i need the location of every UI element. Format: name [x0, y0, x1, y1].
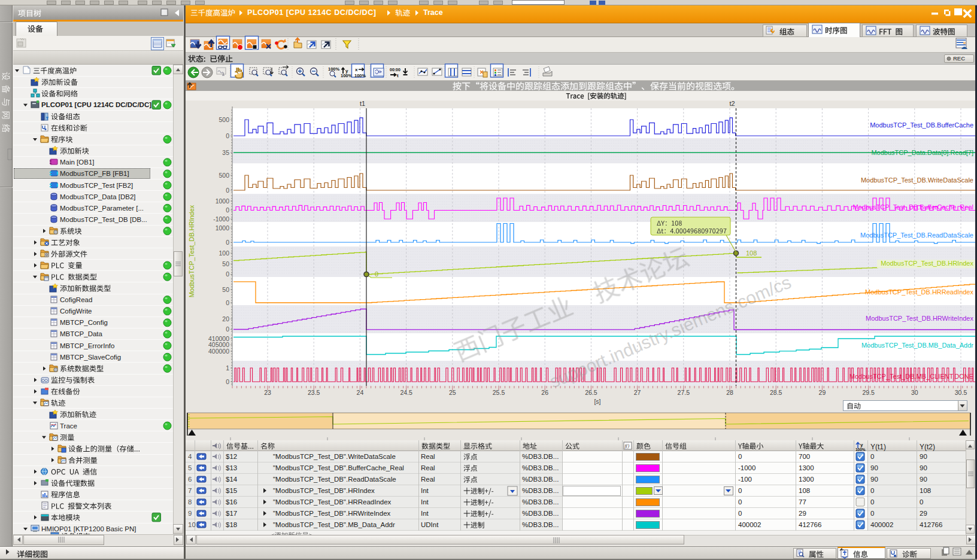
svg-text:-1000: -1000 — [213, 215, 229, 223]
svg-text:24.5: 24.5 — [400, 389, 412, 396]
svg-text:25: 25 — [449, 389, 456, 396]
svg-text:28.5: 28.5 — [770, 389, 782, 396]
svg-text:t2: t2 — [730, 101, 735, 107]
svg-text:t1: t1 — [360, 101, 365, 107]
svg-text:26: 26 — [541, 389, 548, 396]
svg-text:ModbusTCP_Test_DB.BufferCache_: ModbusTCP_Test_DB.BufferCache_Real — [852, 203, 973, 211]
svg-text:ModbusTCP_Test_DB.WriteDataSca: ModbusTCP_Test_DB.WriteDataScale — [861, 176, 973, 184]
svg-text:ModbusTCP_Test_DB.HRIndex: ModbusTCP_Test_DB.HRIndex — [188, 205, 195, 297]
svg-text:400000: 400000 — [208, 348, 229, 355]
svg-text:0: 0 — [226, 325, 229, 333]
svg-text:20: 20 — [222, 315, 229, 322]
svg-text:24: 24 — [357, 389, 364, 396]
svg-text:0: 0 — [226, 187, 229, 194]
svg-text:100: 100 — [219, 249, 229, 257]
svg-text:ModbusTCP_Test_DB.MB_CLIENT.DO: ModbusTCP_Test_DB.MB_CLIENT.DONE — [849, 373, 973, 380]
svg-text:ModbusTCP_Test_DB.HRWriteIndex: ModbusTCP_Test_DB.HRWriteIndex — [866, 315, 973, 322]
svg-text:ModbusTCP_Test_DB.BufferCache: ModbusTCP_Test_DB.BufferCache — [870, 121, 973, 129]
svg-text:ModbusTCP_Test_DB.HRReadIndex: ModbusTCP_Test_DB.HRReadIndex — [865, 288, 973, 296]
svg-text:0: 0 — [226, 378, 229, 385]
svg-text:27: 27 — [634, 389, 641, 396]
svg-text:ModbusTCP_Test_DB.ReadDataScal: ModbusTCP_Test_DB.ReadDataScale — [860, 232, 973, 239]
svg-text:500: 500 — [219, 172, 229, 179]
svg-text:500: 500 — [219, 116, 229, 123]
svg-text:[s]: [s] — [594, 398, 600, 405]
svg-text:30.5: 30.5 — [955, 389, 967, 396]
svg-text:0: 0 — [226, 270, 229, 278]
svg-text:23.5: 23.5 — [308, 389, 320, 396]
svg-text:23: 23 — [264, 389, 271, 396]
svg-text:1000: 1000 — [216, 197, 230, 205]
svg-text:27.5: 27.5 — [678, 389, 690, 396]
svg-text:50: 50 — [222, 260, 229, 267]
svg-text:0: 0 — [375, 270, 378, 278]
svg-text:29: 29 — [819, 389, 826, 396]
svg-text:0: 0 — [226, 239, 229, 246]
svg-text:ModbusTCP_Test_DB.HRIndex: ModbusTCP_Test_DB.HRIndex — [881, 260, 973, 267]
svg-text:25.5: 25.5 — [493, 389, 505, 396]
svg-text:29.5: 29.5 — [862, 389, 875, 396]
svg-text:0: 0 — [226, 132, 229, 139]
svg-text:35: 35 — [222, 149, 229, 156]
svg-text:1000: 1000 — [216, 224, 230, 232]
svg-text:ModbusTCP_Test_DB.MB_Data_Addr: ModbusTCP_Test_DB.MB_Data_Addr — [861, 342, 973, 349]
svg-text:30: 30 — [911, 389, 918, 396]
svg-text:1: 1 — [226, 364, 229, 372]
svg-text:28: 28 — [726, 389, 733, 396]
svg-text:0: 0 — [226, 206, 229, 214]
svg-text:0: 0 — [226, 299, 229, 306]
svg-text:108: 108 — [746, 249, 757, 257]
svg-text:ModbusTCP_Data.Data[0].Read[7]: ModbusTCP_Data.Data[0].Read[7] — [871, 149, 973, 156]
svg-text:50: 50 — [222, 286, 229, 293]
svg-text:26.5: 26.5 — [585, 389, 597, 396]
